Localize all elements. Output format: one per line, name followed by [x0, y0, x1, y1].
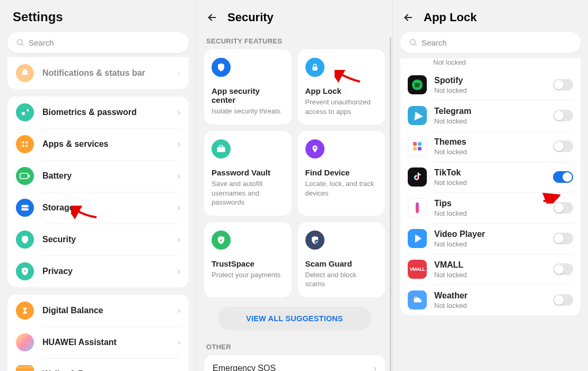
- svg-point-16: [410, 40, 415, 45]
- svg-point-4: [25, 142, 28, 144]
- tile-subtitle: Locate, lock, and track devices: [305, 179, 378, 198]
- themes-icon: [408, 137, 427, 156]
- back-icon[interactable]: [206, 12, 218, 23]
- settings-item-huawei-assistant[interactable]: HUAWEI Assistant ›: [7, 326, 189, 358]
- shield-check-icon: [212, 231, 231, 250]
- settings-item-label: Security: [42, 235, 178, 244]
- app-name: Tips: [434, 198, 553, 208]
- app-row-vmall[interactable]: VMALL VMALL Not locked: [400, 254, 581, 285]
- weather-icon: [408, 290, 427, 310]
- tile-app-lock[interactable]: App Lock Prevent unauthorized access to …: [298, 49, 385, 125]
- svg-point-14: [314, 147, 315, 148]
- svg-point-15: [314, 240, 319, 244]
- settings-item-label: Digital Balance: [42, 306, 178, 315]
- lock-toggle-video-player[interactable]: [553, 233, 573, 244]
- svg-line-17: [415, 44, 416, 46]
- lock-toggle-spotify[interactable]: [553, 79, 573, 91]
- app-status: Not locked: [434, 148, 553, 156]
- list-item-label: Emergency SOS: [213, 364, 276, 371]
- svg-rect-8: [29, 175, 30, 178]
- tile-app-security-center[interactable]: App security center Isolate security thr…: [204, 49, 292, 125]
- tile-trustspace[interactable]: TrustSpace Protect your payments: [204, 222, 292, 297]
- back-icon[interactable]: [402, 12, 414, 23]
- settings-item-notifications[interactable]: Notifications & status bar ›: [7, 57, 189, 89]
- bell-icon: [16, 64, 34, 82]
- svg-line-1: [22, 44, 23, 46]
- settings-search-placeholder: Search: [29, 38, 54, 47]
- lock-toggle-vmall[interactable]: [553, 263, 573, 275]
- settings-search-input[interactable]: Search: [7, 32, 189, 53]
- settings-item-storage[interactable]: Storage ›: [7, 192, 189, 224]
- video-player-icon: [408, 229, 427, 248]
- app-name: VMALL: [434, 260, 553, 270]
- app-row-tips[interactable]: Tips Not locked: [400, 192, 581, 223]
- shield-icon: [212, 58, 231, 77]
- settings-item-label: Notifications & status bar: [42, 68, 178, 78]
- chevron-right-icon: ›: [178, 306, 180, 315]
- tile-title: App Lock: [305, 86, 378, 95]
- settings-title: Settings: [0, 0, 196, 32]
- settings-item-privacy[interactable]: Privacy ›: [7, 255, 189, 287]
- app-name: Video Player: [434, 229, 553, 239]
- svg-point-6: [25, 145, 28, 147]
- lock-toggle-themes[interactable]: [553, 140, 573, 152]
- svg-point-11: [24, 270, 26, 272]
- hourglass-icon: [16, 302, 34, 320]
- tile-find-device[interactable]: Find Device Locate, lock, and track devi…: [298, 131, 385, 216]
- vault-icon: [212, 139, 231, 158]
- svg-rect-9: [21, 205, 29, 208]
- settings-item-label: Battery: [42, 171, 178, 181]
- view-all-suggestions-button[interactable]: VIEW ALL SUGGESTIONS: [218, 307, 371, 330]
- tile-password-vault[interactable]: Password Vault Save and autofill usernam…: [204, 131, 292, 216]
- tiktok-icon: [408, 167, 427, 187]
- tile-subtitle: Detect and block scams: [305, 270, 378, 289]
- tile-subtitle: Protect your payments: [212, 270, 284, 280]
- key-icon: [16, 103, 34, 121]
- app-row-weather[interactable]: Weather Not locked: [400, 285, 581, 315]
- tile-subtitle: Prevent unauthorized access to apps: [305, 98, 378, 116]
- tile-scam-guard[interactable]: Scam Guard Detect and block scams: [298, 222, 385, 297]
- applock-search-placeholder: Search: [422, 38, 447, 47]
- app-row-spotify[interactable]: Spotify Not locked: [400, 69, 581, 100]
- tile-title: Password Vault: [212, 168, 284, 177]
- settings-item-apps[interactable]: Apps & services ›: [7, 128, 189, 160]
- settings-item-security[interactable]: Security ›: [7, 224, 189, 255]
- chevron-right-icon: ›: [178, 235, 180, 244]
- tips-icon: [408, 198, 427, 217]
- lock-toggle-tips[interactable]: [553, 202, 573, 214]
- app-row-telegram[interactable]: Telegram Not locked: [400, 100, 581, 131]
- app-row-tiktok[interactable]: TikTok Not locked: [400, 162, 581, 192]
- settings-item-battery[interactable]: Battery ›: [7, 160, 189, 192]
- settings-item-label: HUAWEI Assistant: [42, 338, 178, 347]
- app-name: Weather: [434, 290, 553, 301]
- privacy-icon: [16, 262, 34, 280]
- tile-title: Scam Guard: [305, 259, 378, 268]
- settings-item-digital-balance[interactable]: Digital Balance ›: [7, 295, 189, 326]
- list-item-emergency-sos[interactable]: Emergency SOS ›: [204, 355, 385, 371]
- app-status: Not locked: [434, 302, 553, 310]
- scrollbar[interactable]: [390, 37, 391, 371]
- section-header-other: OTHER: [197, 338, 392, 355]
- app-row-themes[interactable]: Themes Not locked: [400, 131, 581, 162]
- chevron-right-icon: ›: [374, 364, 376, 371]
- app-name: Telegram: [434, 106, 553, 116]
- applock-title: App Lock: [424, 11, 477, 24]
- chevron-right-icon: ›: [178, 139, 180, 149]
- lock-toggle-tiktok[interactable]: [553, 171, 573, 183]
- svg-rect-7: [20, 173, 28, 179]
- applock-search-input[interactable]: Search: [400, 32, 581, 53]
- shield-icon: [16, 231, 34, 249]
- settings-item-label: Biometrics & password: [42, 108, 178, 117]
- svg-point-2: [22, 112, 25, 115]
- chevron-right-icon: ›: [178, 68, 180, 78]
- telegram-icon: [408, 106, 427, 125]
- chevron-right-icon: ›: [178, 338, 180, 347]
- settings-item-wallet[interactable]: Wallet & Pay ›: [7, 358, 189, 371]
- app-row-video-player[interactable]: Video Player Not locked: [400, 223, 581, 254]
- lock-toggle-weather[interactable]: [553, 294, 573, 306]
- previous-app-status: Not locked: [400, 58, 581, 69]
- lock-toggle-telegram[interactable]: [553, 110, 573, 121]
- app-status: Not locked: [434, 209, 553, 217]
- settings-item-biometrics[interactable]: Biometrics & password ›: [7, 96, 189, 128]
- settings-item-label: Storage: [42, 203, 178, 213]
